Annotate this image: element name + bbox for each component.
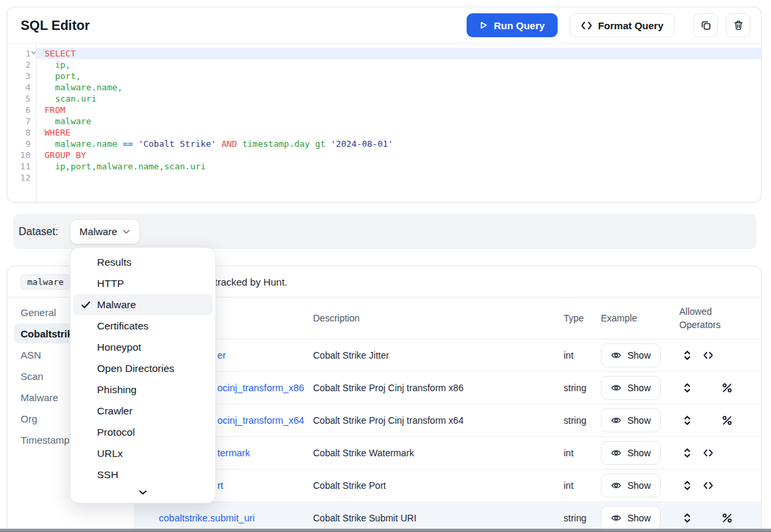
- run-query-label: Run Query: [494, 20, 545, 31]
- menu-item-crawler[interactable]: Crawler: [73, 400, 213, 422]
- menu-item-urlx[interactable]: URLx: [73, 443, 213, 464]
- editor-toolbar: Run Query Format Query: [467, 13, 750, 37]
- show-example-button[interactable]: Show: [601, 506, 661, 530]
- show-example-button[interactable]: Show: [601, 408, 661, 432]
- table-row: termarkCobalt Strike WatermarkintShow: [135, 437, 761, 470]
- field-link[interactable]: cobaltstrike.submit_uri: [159, 513, 255, 523]
- field-description: Cobalt Strike Port: [313, 480, 564, 491]
- code-line: 11 ip,port,malware.name,scan.uri: [7, 161, 761, 172]
- code-line-text: ip,port,malware.name,scan.uri: [36, 161, 761, 172]
- column-header-example: Example: [601, 313, 675, 323]
- code-token: '2024-08-01': [331, 139, 393, 149]
- fold-chevron-icon[interactable]: [31, 50, 37, 55]
- menu-item-protocol[interactable]: Protocol: [73, 422, 213, 443]
- field-link[interactable]: rt: [217, 480, 223, 491]
- chevron-down-icon: [122, 229, 130, 234]
- menu-item-open-directories[interactable]: Open Directories: [73, 358, 213, 379]
- show-example-button[interactable]: Show: [601, 343, 661, 367]
- code-line-text: ip,: [36, 59, 761, 70]
- code-line: 12: [7, 172, 761, 183]
- column-header-type: Type: [564, 313, 601, 323]
- column-header-description: Description: [313, 313, 564, 323]
- code-token: malware: [45, 116, 91, 126]
- code-token: timestamp.day gt: [242, 139, 330, 149]
- play-icon: [479, 21, 488, 30]
- menu-item-phishing[interactable]: Phishing: [73, 379, 213, 400]
- code-line-text: WHERE: [36, 127, 761, 138]
- sidebar-item-label: General: [21, 307, 56, 318]
- angle-brackets-icon: [703, 449, 713, 457]
- menu-item-certificates[interactable]: Certificates: [73, 315, 213, 337]
- code-brackets-icon: [581, 21, 592, 30]
- show-example-button[interactable]: Show: [601, 376, 661, 400]
- sidebar-item-label: Org: [21, 413, 37, 424]
- allowed-operators-cell: [675, 470, 761, 501]
- table-row: ocinj_transform_x64Cobalt Strike Proj Ci…: [135, 404, 761, 437]
- sidebar-item-label: Scan: [21, 371, 43, 382]
- field-type: int: [564, 350, 601, 361]
- delete-query-button[interactable]: [726, 13, 750, 37]
- menu-scroll-down-icon[interactable]: [70, 486, 215, 499]
- dataset-bar: Dataset: Malware: [13, 214, 756, 249]
- menu-item-http[interactable]: HTTP: [73, 273, 213, 294]
- field-link[interactable]: termark: [217, 448, 250, 458]
- code-token: WHERE: [45, 128, 70, 137]
- sql-editor-header: SQL Editor Run Query Format Query: [7, 7, 761, 44]
- show-label: Show: [627, 415, 651, 426]
- menu-item-label: Malware: [97, 299, 136, 311]
- example-cell: Show: [601, 408, 675, 432]
- code-token: AND: [221, 139, 237, 149]
- eye-icon: [611, 514, 621, 522]
- code-token: malware.name: [45, 139, 122, 149]
- eye-icon: [611, 351, 621, 359]
- updown-chevrons-icon: [683, 448, 691, 459]
- dataset-select[interactable]: Malware: [70, 219, 141, 244]
- show-label: Show: [627, 448, 651, 458]
- menu-item-malware[interactable]: Malware: [73, 294, 213, 315]
- menu-item-label: Results: [97, 256, 132, 268]
- show-label: Show: [627, 480, 651, 491]
- code-line: 3 port,: [7, 70, 761, 82]
- field-link[interactable]: er: [217, 350, 226, 361]
- show-example-button[interactable]: Show: [601, 441, 661, 465]
- table-row: cobaltstrike.submit_uriCobalt Strike Sub…: [135, 502, 761, 532]
- check-icon: [81, 301, 90, 309]
- panel-description-fragment-end: tracked by Hunt.: [215, 276, 287, 288]
- field-link[interactable]: ocinj_transform_x86: [217, 383, 304, 393]
- field-type: int: [564, 480, 601, 491]
- code-line: 1SELECT: [7, 48, 761, 59]
- allowed-operators-cell: [675, 404, 761, 436]
- menu-item-honeypot[interactable]: Honeypot: [73, 337, 213, 358]
- show-example-button[interactable]: Show: [601, 474, 661, 497]
- menu-item-ssh[interactable]: SSH: [73, 464, 213, 486]
- show-label: Show: [627, 513, 651, 523]
- field-type: string: [564, 415, 601, 426]
- eye-icon: [611, 449, 621, 457]
- table-rows: erCobalt Strike JitterintShowocinj_trans…: [135, 339, 761, 532]
- menu-item-results[interactable]: Results: [73, 252, 213, 273]
- line-number: 11: [7, 161, 36, 172]
- code-token: 'Cobalt Strike': [138, 139, 216, 149]
- allowed-operators-cell: [675, 339, 761, 371]
- field-link[interactable]: ocinj_transform_x64: [217, 415, 304, 426]
- run-query-button[interactable]: Run Query: [467, 13, 558, 37]
- example-cell: Show: [601, 441, 675, 465]
- show-label: Show: [627, 383, 651, 393]
- sidebar-item-label: ASN: [21, 349, 41, 361]
- line-number: 5: [7, 93, 36, 104]
- dataset-dropdown-menu: ResultsHTTPMalwareCertificatesHoneypotOp…: [70, 247, 216, 503]
- code-line-text: malware.name,: [36, 82, 761, 93]
- sql-code-editor[interactable]: 1SELECT2 ip,3 port,4 malware.name,5 scan…: [7, 44, 761, 203]
- menu-item-label: Protocol: [97, 426, 135, 438]
- field-description: Cobalt Strike Proj Cinj transform x64: [313, 415, 564, 426]
- menu-item-label: URLx: [97, 448, 123, 460]
- copy-query-button[interactable]: [693, 13, 718, 37]
- format-query-button[interactable]: Format Query: [570, 13, 675, 37]
- code-line-text: malware.name == 'Cobalt Strike' AND time…: [36, 138, 761, 149]
- column-header-allowed-operators: Allowed Operators: [675, 305, 726, 332]
- line-number: 8: [7, 127, 36, 138]
- angle-brackets-icon: [703, 351, 713, 359]
- code-token: [216, 139, 221, 149]
- code-line-text: GROUP BY: [36, 149, 761, 161]
- code-token: ip,port,malware.name,scan.uri: [45, 161, 206, 171]
